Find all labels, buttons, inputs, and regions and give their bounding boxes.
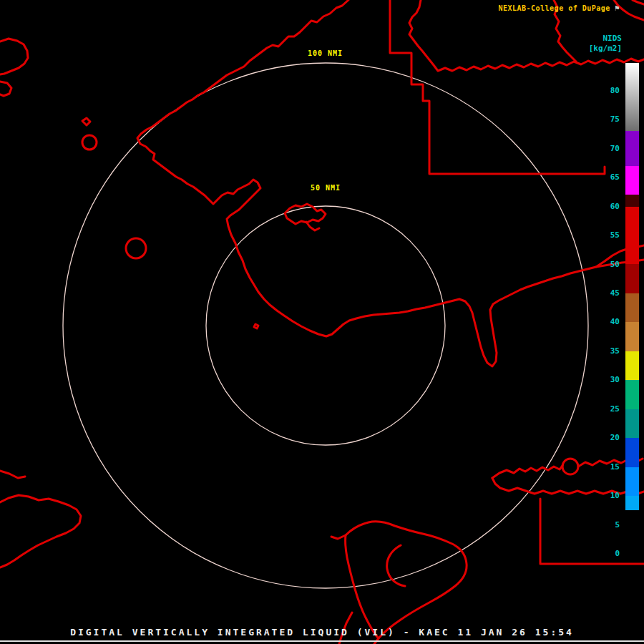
footer-divider bbox=[0, 640, 644, 642]
colorbar-tick-label: 25 bbox=[600, 404, 620, 414]
colorbar-tick-label: 30 bbox=[600, 375, 620, 384]
colorbar-tick-label: 80 bbox=[600, 86, 620, 95]
cod-logo-icon: ⚑ bbox=[615, 4, 620, 13]
colorbar-tick-label: 45 bbox=[600, 288, 620, 298]
colorbar bbox=[625, 63, 639, 558]
colorbar-segment bbox=[625, 380, 639, 409]
range-ring bbox=[206, 206, 445, 445]
map-outline bbox=[331, 535, 346, 539]
brand-row: NEXLAB-College of DuPage ⚑ bbox=[498, 4, 620, 13]
colorbar-segment bbox=[625, 496, 639, 510]
map-outline bbox=[346, 522, 467, 638]
map-outline bbox=[562, 459, 578, 474]
colorbar-segment bbox=[625, 195, 639, 206]
colorbar-segment bbox=[625, 351, 639, 380]
colorbar-tick-label: 65 bbox=[600, 172, 620, 182]
colorbar-segment bbox=[625, 293, 639, 322]
brand-text: NEXLAB-College of DuPage bbox=[498, 4, 610, 12]
map-outline bbox=[126, 238, 146, 258]
range-ring bbox=[63, 63, 588, 588]
colorbar-segment bbox=[625, 467, 639, 496]
colorbar-tick-label: 70 bbox=[600, 144, 620, 153]
map-outline bbox=[0, 82, 11, 96]
map-outline bbox=[0, 39, 28, 74]
colorbar-segment bbox=[625, 264, 639, 293]
colorbar-segment bbox=[625, 63, 639, 131]
colorbar-segment bbox=[625, 438, 639, 467]
colorbar-tick-label: 5 bbox=[600, 520, 620, 530]
range-ring-label: 50 NMI bbox=[309, 184, 342, 192]
legend-title: NIDS bbox=[603, 34, 623, 43]
colorbar-tick-label: 35 bbox=[600, 346, 620, 356]
map-outline bbox=[492, 466, 562, 478]
colorbar-segment bbox=[625, 510, 639, 557]
map-outline bbox=[82, 135, 97, 150]
map-outline bbox=[0, 495, 81, 567]
colorbar-segment bbox=[625, 131, 639, 166]
colorbar-tick-label: 55 bbox=[600, 230, 620, 240]
map-outline bbox=[390, 0, 605, 174]
colorbar-tick-label: 75 bbox=[600, 114, 620, 124]
colorbar-segment bbox=[625, 166, 639, 195]
colorbar-tick-label: 0 bbox=[600, 549, 620, 558]
range-ring-label: 100 NMI bbox=[306, 49, 344, 57]
map-outline bbox=[633, 0, 644, 4]
colorbar-tick-label: 20 bbox=[600, 433, 620, 442]
colorbar-segment bbox=[625, 207, 639, 265]
product-caption: DIGITAL VERTICALLY INTEGRATED LIQUID (VI… bbox=[0, 627, 644, 638]
map-outline bbox=[254, 324, 258, 328]
legend-units: [kg/m2] bbox=[589, 44, 622, 53]
radar-display: 100 NMI50 NMI NEXLAB-College of DuPage ⚑… bbox=[0, 0, 644, 644]
map-outline bbox=[82, 118, 90, 125]
map-outline bbox=[306, 222, 319, 230]
colorbar-tick-label: 60 bbox=[600, 202, 620, 211]
colorbar-tick-label: 10 bbox=[600, 491, 620, 500]
coastline-layer bbox=[0, 0, 644, 644]
colorbar-segment bbox=[625, 322, 639, 351]
map-outline bbox=[492, 478, 644, 494]
colorbar-tick-label: 50 bbox=[600, 260, 620, 269]
map-outline bbox=[0, 471, 25, 478]
colorbar-tick-label: 40 bbox=[600, 317, 620, 326]
map-outline bbox=[285, 204, 326, 224]
range-rings-layer bbox=[63, 63, 588, 588]
colorbar-tick-label: 15 bbox=[600, 462, 620, 472]
map-canvas bbox=[0, 0, 644, 644]
colorbar-segment bbox=[625, 409, 639, 438]
